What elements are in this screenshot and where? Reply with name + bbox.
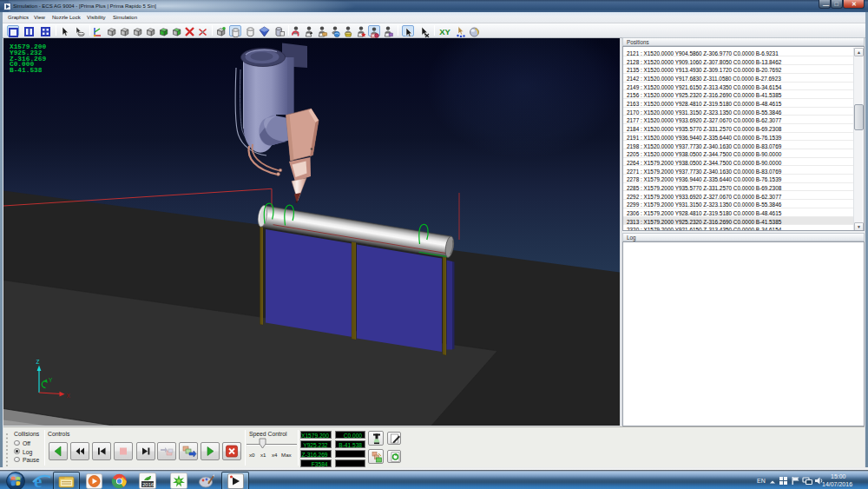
svg-text:XY: XY (439, 27, 450, 36)
svg-text:X: X (67, 393, 71, 399)
svg-text:Y: Y (49, 377, 53, 383)
svg-text:Z: Z (36, 359, 40, 365)
